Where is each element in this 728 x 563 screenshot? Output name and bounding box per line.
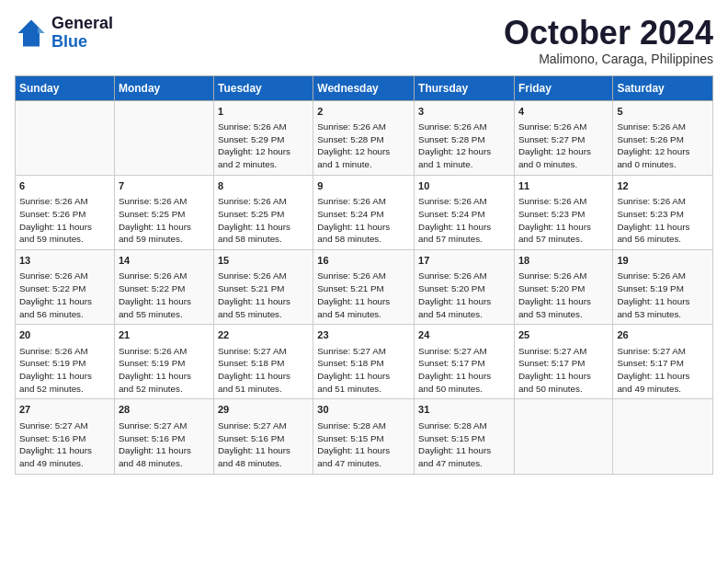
day-number: 7 bbox=[119, 179, 210, 193]
day-number: 11 bbox=[518, 179, 609, 193]
day-info: Sunrise: 5:26 AM Sunset: 5:19 PM Dayligh… bbox=[119, 345, 210, 396]
day-number: 14 bbox=[119, 254, 210, 268]
calendar-cell: 2Sunrise: 5:26 AM Sunset: 5:28 PM Daylig… bbox=[313, 100, 415, 175]
logo: General Blue bbox=[15, 15, 113, 52]
page-header: General Blue October 2024 Malimono, Cara… bbox=[15, 15, 713, 66]
weekday-header: Saturday bbox=[613, 75, 713, 100]
calendar-cell: 18Sunrise: 5:26 AM Sunset: 5:20 PM Dayli… bbox=[514, 250, 612, 325]
calendar-cell: 16Sunrise: 5:26 AM Sunset: 5:21 PM Dayli… bbox=[313, 250, 415, 325]
weekday-header: Wednesday bbox=[313, 75, 415, 100]
day-info: Sunrise: 5:26 AM Sunset: 5:27 PM Dayligh… bbox=[518, 121, 609, 171]
calendar-cell: 1Sunrise: 5:26 AM Sunset: 5:29 PM Daylig… bbox=[213, 100, 313, 175]
weekday-header: Friday bbox=[514, 75, 612, 100]
calendar-cell: 13Sunrise: 5:26 AM Sunset: 5:22 PM Dayli… bbox=[16, 250, 115, 325]
calendar-cell: 15Sunrise: 5:26 AM Sunset: 5:21 PM Dayli… bbox=[213, 250, 313, 325]
calendar-cell: 19Sunrise: 5:26 AM Sunset: 5:19 PM Dayli… bbox=[613, 250, 713, 325]
day-number: 2 bbox=[317, 105, 410, 119]
day-info: Sunrise: 5:26 AM Sunset: 5:26 PM Dayligh… bbox=[617, 121, 709, 171]
day-info: Sunrise: 5:26 AM Sunset: 5:22 PM Dayligh… bbox=[19, 270, 110, 320]
calendar-cell: 3Sunrise: 5:26 AM Sunset: 5:28 PM Daylig… bbox=[415, 100, 515, 175]
calendar-cell: 25Sunrise: 5:27 AM Sunset: 5:17 PM Dayli… bbox=[514, 325, 612, 399]
day-number: 29 bbox=[218, 403, 309, 417]
calendar-cell: 20Sunrise: 5:26 AM Sunset: 5:19 PM Dayli… bbox=[16, 325, 115, 399]
day-number: 8 bbox=[218, 179, 309, 193]
day-info: Sunrise: 5:26 AM Sunset: 5:28 PM Dayligh… bbox=[418, 121, 510, 171]
day-info: Sunrise: 5:27 AM Sunset: 5:16 PM Dayligh… bbox=[119, 419, 210, 470]
day-info: Sunrise: 5:26 AM Sunset: 5:21 PM Dayligh… bbox=[218, 270, 309, 320]
calendar-cell: 6Sunrise: 5:26 AM Sunset: 5:26 PM Daylig… bbox=[16, 175, 115, 249]
day-number: 15 bbox=[218, 254, 309, 268]
title-block: October 2024 Malimono, Caraga, Philippin… bbox=[504, 15, 713, 66]
day-info: Sunrise: 5:26 AM Sunset: 5:24 PM Dayligh… bbox=[317, 195, 410, 246]
day-number: 6 bbox=[19, 179, 110, 193]
calendar-cell: 4Sunrise: 5:26 AM Sunset: 5:27 PM Daylig… bbox=[514, 100, 612, 175]
day-number: 24 bbox=[418, 328, 510, 342]
day-info: Sunrise: 5:27 AM Sunset: 5:16 PM Dayligh… bbox=[19, 419, 110, 470]
weekday-header-row: SundayMondayTuesdayWednesdayThursdayFrid… bbox=[16, 75, 713, 100]
calendar-cell: 8Sunrise: 5:26 AM Sunset: 5:25 PM Daylig… bbox=[213, 175, 313, 249]
day-info: Sunrise: 5:28 AM Sunset: 5:15 PM Dayligh… bbox=[418, 419, 510, 470]
calendar-cell: 31Sunrise: 5:28 AM Sunset: 5:15 PM Dayli… bbox=[415, 399, 515, 474]
calendar-table: SundayMondayTuesdayWednesdayThursdayFrid… bbox=[15, 75, 713, 475]
calendar-cell: 27Sunrise: 5:27 AM Sunset: 5:16 PM Dayli… bbox=[16, 399, 115, 474]
calendar-week-row: 6Sunrise: 5:26 AM Sunset: 5:26 PM Daylig… bbox=[16, 175, 713, 249]
day-info: Sunrise: 5:27 AM Sunset: 5:16 PM Dayligh… bbox=[218, 419, 309, 470]
day-number: 20 bbox=[19, 328, 110, 342]
calendar-week-row: 27Sunrise: 5:27 AM Sunset: 5:16 PM Dayli… bbox=[16, 399, 713, 474]
day-number: 1 bbox=[218, 105, 309, 119]
day-number: 31 bbox=[418, 403, 510, 417]
calendar-cell: 24Sunrise: 5:27 AM Sunset: 5:17 PM Dayli… bbox=[415, 325, 515, 399]
day-number: 19 bbox=[617, 254, 709, 268]
day-info: Sunrise: 5:26 AM Sunset: 5:20 PM Dayligh… bbox=[418, 270, 510, 320]
day-info: Sunrise: 5:26 AM Sunset: 5:21 PM Dayligh… bbox=[317, 270, 410, 320]
calendar-week-row: 1Sunrise: 5:26 AM Sunset: 5:29 PM Daylig… bbox=[16, 100, 713, 175]
weekday-header: Monday bbox=[114, 75, 213, 100]
day-info: Sunrise: 5:26 AM Sunset: 5:19 PM Dayligh… bbox=[617, 270, 709, 320]
day-number: 21 bbox=[119, 328, 210, 342]
day-info: Sunrise: 5:28 AM Sunset: 5:15 PM Dayligh… bbox=[317, 419, 410, 470]
day-info: Sunrise: 5:27 AM Sunset: 5:17 PM Dayligh… bbox=[418, 345, 510, 396]
day-info: Sunrise: 5:27 AM Sunset: 5:17 PM Dayligh… bbox=[518, 345, 609, 396]
day-info: Sunrise: 5:27 AM Sunset: 5:17 PM Dayligh… bbox=[617, 345, 709, 396]
calendar-cell: 9Sunrise: 5:26 AM Sunset: 5:24 PM Daylig… bbox=[313, 175, 415, 249]
calendar-cell bbox=[114, 100, 213, 175]
logo-text: General Blue bbox=[51, 15, 113, 52]
day-number: 13 bbox=[19, 254, 110, 268]
day-info: Sunrise: 5:26 AM Sunset: 5:28 PM Dayligh… bbox=[317, 121, 410, 171]
day-info: Sunrise: 5:26 AM Sunset: 5:19 PM Dayligh… bbox=[19, 345, 110, 396]
day-number: 23 bbox=[317, 328, 410, 342]
day-info: Sunrise: 5:26 AM Sunset: 5:29 PM Dayligh… bbox=[218, 121, 309, 171]
day-info: Sunrise: 5:26 AM Sunset: 5:25 PM Dayligh… bbox=[119, 195, 210, 246]
day-number: 30 bbox=[317, 403, 410, 417]
day-number: 25 bbox=[518, 328, 609, 342]
calendar-cell: 22Sunrise: 5:27 AM Sunset: 5:18 PM Dayli… bbox=[213, 325, 313, 399]
calendar-cell: 28Sunrise: 5:27 AM Sunset: 5:16 PM Dayli… bbox=[114, 399, 213, 474]
calendar-week-row: 13Sunrise: 5:26 AM Sunset: 5:22 PM Dayli… bbox=[16, 250, 713, 325]
weekday-header: Tuesday bbox=[213, 75, 313, 100]
calendar-cell: 17Sunrise: 5:26 AM Sunset: 5:20 PM Dayli… bbox=[415, 250, 515, 325]
calendar-cell: 5Sunrise: 5:26 AM Sunset: 5:26 PM Daylig… bbox=[613, 100, 713, 175]
day-info: Sunrise: 5:27 AM Sunset: 5:18 PM Dayligh… bbox=[317, 345, 410, 396]
calendar-cell: 10Sunrise: 5:26 AM Sunset: 5:24 PM Dayli… bbox=[415, 175, 515, 249]
day-number: 27 bbox=[19, 403, 110, 417]
day-info: Sunrise: 5:26 AM Sunset: 5:25 PM Dayligh… bbox=[218, 195, 309, 246]
calendar-cell: 21Sunrise: 5:26 AM Sunset: 5:19 PM Dayli… bbox=[114, 325, 213, 399]
day-number: 3 bbox=[418, 105, 510, 119]
calendar-cell bbox=[514, 399, 612, 474]
calendar-cell: 11Sunrise: 5:26 AM Sunset: 5:23 PM Dayli… bbox=[514, 175, 612, 249]
calendar-cell: 7Sunrise: 5:26 AM Sunset: 5:25 PM Daylig… bbox=[114, 175, 213, 249]
day-number: 26 bbox=[617, 328, 709, 342]
location: Malimono, Caraga, Philippines bbox=[504, 52, 713, 66]
day-info: Sunrise: 5:26 AM Sunset: 5:23 PM Dayligh… bbox=[617, 195, 709, 246]
day-number: 10 bbox=[418, 179, 510, 193]
day-number: 16 bbox=[317, 254, 410, 268]
day-number: 9 bbox=[317, 179, 410, 193]
day-number: 12 bbox=[617, 179, 709, 193]
day-info: Sunrise: 5:26 AM Sunset: 5:26 PM Dayligh… bbox=[19, 195, 110, 246]
day-number: 18 bbox=[518, 254, 609, 268]
day-info: Sunrise: 5:27 AM Sunset: 5:18 PM Dayligh… bbox=[218, 345, 309, 396]
calendar-cell: 29Sunrise: 5:27 AM Sunset: 5:16 PM Dayli… bbox=[213, 399, 313, 474]
calendar-cell: 26Sunrise: 5:27 AM Sunset: 5:17 PM Dayli… bbox=[613, 325, 713, 399]
weekday-header: Sunday bbox=[16, 75, 115, 100]
day-number: 22 bbox=[218, 328, 309, 342]
